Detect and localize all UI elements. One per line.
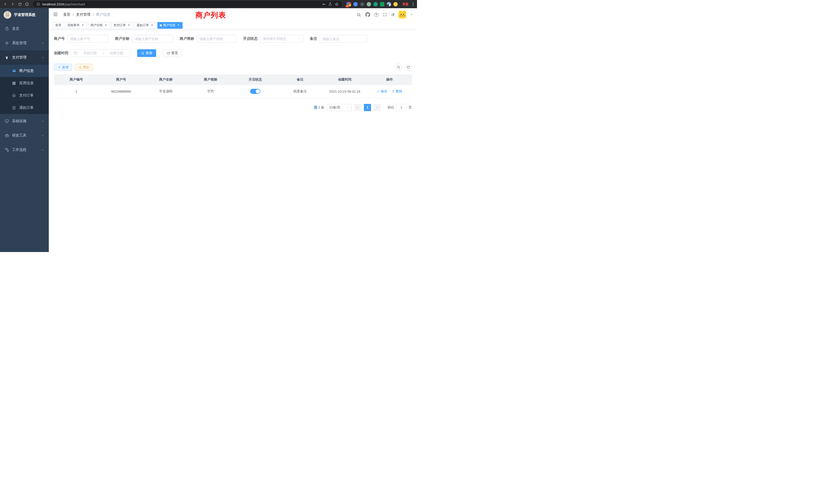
chevron-up-icon (41, 56, 44, 59)
target-icon (12, 93, 16, 98)
cell-remark: 我是备注 (278, 85, 322, 98)
browser-menu-icon[interactable] (411, 3, 415, 6)
close-tab-icon[interactable]: × (81, 24, 85, 27)
tab-pay-order[interactable]: 支付订单× (111, 22, 133, 29)
github-icon[interactable] (366, 12, 370, 17)
goto-page-input[interactable] (396, 104, 407, 111)
user-menu-caret-icon[interactable] (410, 13, 413, 16)
site-info-icon[interactable] (36, 2, 41, 6)
extension-sheets-icon[interactable] (380, 2, 385, 6)
sidebar-item-payment[interactable]: ¥ 支付管理 (0, 50, 49, 65)
home-icon[interactable] (24, 1, 30, 7)
breadcrumb-payment[interactable]: 支付管理 (76, 12, 90, 17)
sidebar-item-home[interactable]: 首页 (0, 22, 49, 36)
add-button-label: 新增 (62, 65, 68, 70)
app-title: 芋道管理系统 (14, 13, 36, 17)
reload-icon[interactable] (17, 1, 23, 7)
url-path: /pay/merchant (64, 2, 85, 6)
export-button[interactable]: 导出 (75, 64, 93, 71)
col-merchant-no: 商户号 (98, 74, 143, 85)
goto-page: 前往 页 (388, 104, 412, 111)
close-tab-icon[interactable]: × (127, 24, 131, 27)
tab-home[interactable]: 首页 (53, 22, 64, 29)
browser-update-button[interactable]: 更新 (400, 2, 411, 6)
menu-label: 基础设施 (12, 119, 26, 123)
reset-button[interactable]: 重置 (163, 49, 182, 57)
close-tab-icon[interactable]: × (104, 24, 108, 27)
add-button[interactable]: 新增 (54, 64, 72, 71)
sidebar-item-dev-tools[interactable]: 研发工具 (0, 128, 49, 143)
merchant-name-input[interactable] (132, 35, 173, 43)
prev-page-button[interactable] (354, 104, 361, 111)
breadcrumb: 首页 / 支付管理 / 商户信息 (63, 12, 110, 17)
sidebar: 芋道管理系统 首页 系统管理 ¥ 支付管理 商户信息 (0, 8, 49, 252)
merchant-short-input[interactable] (197, 35, 237, 43)
next-page-button[interactable] (374, 104, 381, 111)
forward-icon[interactable] (9, 1, 16, 7)
filter-label: 商户全称 (115, 37, 129, 41)
sidebar-item-refund-order[interactable]: 退款订单 (0, 101, 49, 114)
search-icon[interactable] (357, 12, 361, 17)
bookmark-star-icon[interactable] (334, 2, 339, 6)
fullscreen-icon[interactable] (382, 12, 387, 17)
collapse-sidebar-icon[interactable] (53, 12, 59, 18)
breadcrumb-separator: / (93, 13, 94, 17)
tab-merchant-info[interactable]: 商户信息× (157, 22, 182, 29)
extension-pinwheel-icon[interactable] (387, 2, 391, 6)
app-logo[interactable]: 芋道管理系统 (0, 8, 49, 22)
breadcrumb-current: 商户信息 (96, 12, 110, 17)
tab-refund-order[interactable]: 退款订单× (134, 22, 156, 29)
filter-merchant-short: 商户简称 (180, 35, 237, 43)
status-toggle[interactable] (250, 89, 260, 94)
close-tab-icon[interactable]: × (177, 24, 180, 27)
filter-merchant-name: 商户全称 (115, 35, 173, 43)
remark-input[interactable] (320, 35, 367, 43)
main-panel: 首页 / 支付管理 / 商户信息 商户列表 ? тT 首页 流程 (49, 8, 417, 252)
select-placeholder: 请选择开启状态 (263, 37, 296, 41)
back-icon[interactable] (2, 1, 9, 7)
sidebar-item-app-info[interactable]: 应用信息 (0, 77, 49, 89)
edit-row-button[interactable]: 修改 (377, 89, 387, 94)
sidebar-item-workflow[interactable]: 工作流程 (0, 143, 49, 157)
filter-create-time: 创建时间 开始日期 - 结束日期 (54, 49, 130, 57)
user-avatar[interactable] (398, 11, 406, 19)
page-size-select[interactable]: 10条/页 (327, 104, 352, 111)
calendar-icon (74, 51, 77, 55)
tab-label: 首页 (55, 23, 61, 27)
sidebar-item-system[interactable]: 系统管理 (0, 36, 49, 50)
font-size-icon[interactable]: тT (391, 13, 394, 17)
close-tab-icon[interactable]: × (150, 24, 154, 27)
sidebar-item-merchant-info[interactable]: 商户信息 (0, 65, 49, 77)
status-select[interactable]: 请选择开启状态 (260, 35, 303, 43)
toggle-search-icon[interactable] (395, 64, 402, 71)
create-time-range-picker[interactable]: 开始日期 - 结束日期 (71, 49, 130, 57)
cell-merchant-id: 1 (54, 85, 98, 98)
extension-grid-icon[interactable]: 10 (347, 2, 351, 6)
refresh-table-icon[interactable] (405, 64, 412, 71)
share-icon[interactable] (328, 2, 332, 6)
current-page-button[interactable]: 1 (364, 104, 371, 111)
delete-row-button[interactable]: 删除 (392, 89, 402, 94)
password-key-icon[interactable] (322, 2, 326, 6)
search-button[interactable]: 搜索 (137, 49, 156, 57)
end-date-placeholder: 结束日期 (105, 51, 128, 55)
breadcrumb-home[interactable]: 首页 (63, 12, 70, 17)
tab-user-group[interactable]: 用户分组× (88, 22, 110, 29)
help-icon[interactable]: ? (374, 13, 378, 17)
col-remark: 备注 (278, 74, 322, 85)
extension-openai-icon[interactable] (373, 2, 378, 6)
col-status: 开启状态 (233, 74, 278, 85)
top-navbar: 首页 / 支付管理 / 商户信息 商户列表 ? тT (49, 8, 417, 21)
extension-drop-icon[interactable] (353, 2, 358, 6)
extension-smiley-icon[interactable] (393, 2, 398, 6)
merchant-table: 商户编号 商户号 商户全称 商户简称 开启状态 备注 创建时间 操作 1 M23… (54, 74, 412, 98)
sidebar-item-pay-order[interactable]: 支付订单 (0, 89, 49, 101)
merchant-no-input[interactable] (67, 35, 108, 43)
extension-dark-icon[interactable] (360, 2, 364, 6)
reset-button-label: 重置 (171, 51, 178, 55)
tab-process-form[interactable]: 流程表单× (65, 22, 87, 29)
filter-label: 备注 (310, 37, 317, 41)
address-bar[interactable]: localhost:1024 /pay/merchant (33, 1, 342, 7)
extension-avatar-icon[interactable] (367, 2, 371, 6)
sidebar-item-infrastructure[interactable]: 基础设施 (0, 114, 49, 128)
